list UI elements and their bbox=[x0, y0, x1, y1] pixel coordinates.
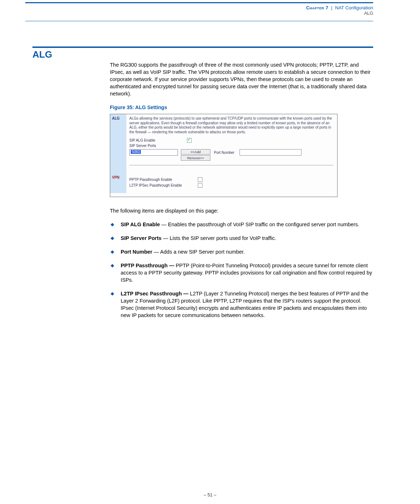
sip-alg-enable-label: SIP ALG Enable bbox=[129, 138, 187, 142]
following-items-paragraph: The following items are displayed on thi… bbox=[110, 207, 373, 214]
pptp-passthrough-label: PPTP Passthrough Enable bbox=[129, 178, 198, 182]
top-rule bbox=[25, 2, 373, 3]
header-under-rule bbox=[25, 21, 373, 21]
sip-ports-listbox[interactable]: 5060 bbox=[129, 149, 178, 156]
desc: Lists the SIP server ports used for VoIP… bbox=[170, 235, 276, 241]
bullet-list: SIP ALG Enable — Enables the passthrough… bbox=[110, 221, 373, 319]
port-number-input[interactable] bbox=[240, 149, 301, 156]
list-item: Port Number — Adds a new SIP Server port… bbox=[110, 248, 373, 255]
term: PPTP Passthrough — bbox=[121, 263, 174, 268]
add-port-button[interactable]: <<Add bbox=[181, 149, 210, 155]
section-rule bbox=[32, 46, 373, 48]
desc: Adds a new SIP Server port number. bbox=[160, 249, 245, 255]
sip-server-ports-label: SIP Server Ports bbox=[129, 144, 187, 148]
chapter-title: NAT Configuration bbox=[335, 5, 373, 10]
figure-description: ALGs allowing the services (protocols) t… bbox=[129, 116, 334, 134]
figure-alg-settings: ALG ALGs allowing the services (protocol… bbox=[110, 114, 338, 197]
port-number-label: Port Number bbox=[214, 151, 234, 155]
figure-side-vpn: VPN bbox=[110, 173, 126, 193]
desc: Enables the passthrough of VoIP SIP traf… bbox=[168, 222, 359, 227]
list-item: L2TP IPsec Passthrough — L2TP (Layer 2 T… bbox=[110, 290, 373, 319]
chapter-label: Chapter 7 bbox=[306, 5, 329, 10]
term: L2TP IPsec Passthrough — bbox=[121, 291, 188, 296]
l2tp-ipsec-passthrough-checkbox[interactable] bbox=[198, 183, 202, 188]
chapter-separator: | bbox=[331, 5, 332, 10]
page-header: Chapter 7 | NAT Configuration ALG bbox=[306, 5, 373, 16]
l2tp-ipsec-passthrough-label: L2TP IPSec Passthrough Enable bbox=[129, 183, 198, 187]
intro-paragraph: The RG300 supports the passthrough of th… bbox=[110, 61, 373, 97]
list-item: SIP ALG Enable — Enables the passthrough… bbox=[110, 221, 373, 228]
figure-divider bbox=[129, 165, 334, 165]
header-sub: ALG bbox=[306, 11, 373, 16]
figure-side-alg: ALG bbox=[110, 114, 126, 173]
list-item: SIP Server Ports — Lists the SIP server … bbox=[110, 235, 373, 242]
remove-port-button[interactable]: Remove>> bbox=[181, 155, 210, 161]
term: Port Number bbox=[121, 249, 152, 255]
term: SIP ALG Enable bbox=[121, 222, 160, 227]
list-item: PPTP Passthrough — PPTP (Point-to-Point … bbox=[110, 262, 373, 284]
figure-caption: Figure 35: ALG Settings bbox=[110, 104, 373, 110]
page-number: – 51 – bbox=[0, 492, 420, 498]
term: SIP Server Ports bbox=[121, 235, 161, 241]
section-title: ALG bbox=[32, 49, 52, 60]
sip-alg-enable-checkbox[interactable] bbox=[187, 138, 192, 143]
pptp-passthrough-checkbox[interactable] bbox=[198, 177, 202, 182]
